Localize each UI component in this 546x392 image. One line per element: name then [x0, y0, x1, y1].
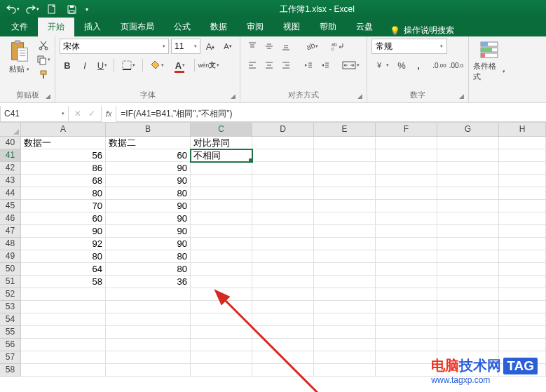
cell-H47[interactable]: [499, 225, 546, 238]
cell-B45[interactable]: 90: [106, 200, 191, 212]
cell-B49[interactable]: 80: [106, 250, 191, 263]
cell-D43[interactable]: [252, 175, 314, 187]
align-right-button[interactable]: [278, 58, 294, 73]
clipboard-launcher[interactable]: ◢: [43, 93, 52, 101]
cell-G46[interactable]: [437, 212, 499, 225]
cell-E43[interactable]: [314, 175, 376, 187]
cell-B58[interactable]: [106, 364, 191, 377]
cell-D42[interactable]: [252, 162, 314, 175]
cell-F46[interactable]: [376, 212, 437, 225]
cell-H56[interactable]: [499, 339, 546, 351]
cell-B57[interactable]: [106, 351, 191, 364]
merge-center-button[interactable]: ▾: [339, 58, 362, 73]
font-launcher[interactable]: ◢: [228, 93, 237, 101]
cell-G50[interactable]: [437, 263, 499, 276]
cell-F49[interactable]: [376, 250, 437, 263]
cell-C56[interactable]: [191, 339, 252, 351]
cell-H44[interactable]: [499, 187, 546, 200]
font-size-select[interactable]: 11▾: [171, 39, 200, 54]
cell-D47[interactable]: [252, 225, 314, 238]
row-header-48[interactable]: 48: [0, 238, 21, 250]
tab-page-layout[interactable]: 页面布局: [111, 18, 164, 36]
row-header-51[interactable]: 51: [0, 276, 21, 288]
cell-H45[interactable]: [499, 200, 546, 212]
copy-button[interactable]: ▾: [36, 53, 50, 66]
cell-G53[interactable]: [437, 301, 499, 313]
cell-D58[interactable]: [252, 364, 314, 377]
cell-C58[interactable]: [191, 364, 252, 377]
cell-B41[interactable]: 60: [106, 149, 191, 162]
cell-D50[interactable]: [252, 263, 314, 276]
cell-E44[interactable]: [314, 187, 376, 200]
cell-E40[interactable]: [314, 137, 376, 149]
cell-B43[interactable]: 90: [106, 175, 191, 187]
cell-G45[interactable]: [437, 200, 499, 212]
cell-A47[interactable]: 90: [21, 225, 106, 238]
cell-F57[interactable]: [376, 351, 437, 364]
col-header-B[interactable]: B: [106, 123, 191, 137]
cell-B56[interactable]: [106, 339, 191, 351]
cell-D52[interactable]: [252, 288, 314, 301]
row-header-49[interactable]: 49: [0, 250, 21, 263]
cell-F42[interactable]: [376, 162, 437, 175]
cell-A56[interactable]: [21, 339, 106, 351]
cell-A55[interactable]: [21, 326, 106, 339]
cell-F53[interactable]: [376, 301, 437, 313]
cell-D44[interactable]: [252, 187, 314, 200]
cell-B55[interactable]: [106, 326, 191, 339]
cell-G48[interactable]: [437, 238, 499, 250]
cell-G44[interactable]: [437, 187, 499, 200]
cell-G42[interactable]: [437, 162, 499, 175]
comma-button[interactable]: ,: [411, 58, 426, 73]
cell-G49[interactable]: [437, 250, 499, 263]
cell-F40[interactable]: [376, 137, 437, 149]
cell-E41[interactable]: [314, 149, 376, 162]
cell-H40[interactable]: [499, 137, 546, 149]
cell-C44[interactable]: [191, 187, 252, 200]
cell-G40[interactable]: [437, 137, 499, 149]
cell-H48[interactable]: [499, 238, 546, 250]
cell-G54[interactable]: [437, 313, 499, 326]
cell-E57[interactable]: [314, 351, 376, 364]
cell-C40[interactable]: 对比异同: [191, 137, 252, 149]
cell-F56[interactable]: [376, 339, 437, 351]
cell-B50[interactable]: 80: [106, 263, 191, 276]
row-header-52[interactable]: 52: [0, 288, 21, 301]
col-header-F[interactable]: F: [376, 123, 437, 137]
decrease-decimal-button[interactable]: .00.0: [449, 58, 464, 73]
cell-F45[interactable]: [376, 200, 437, 212]
cell-E55[interactable]: [314, 326, 376, 339]
col-header-E[interactable]: E: [314, 123, 376, 137]
row-header-50[interactable]: 50: [0, 263, 21, 276]
row-header-44[interactable]: 44: [0, 187, 21, 200]
cell-D57[interactable]: [252, 351, 314, 364]
cell-H53[interactable]: [499, 301, 546, 313]
cell-F41[interactable]: [376, 149, 437, 162]
cell-G43[interactable]: [437, 175, 499, 187]
cell-E58[interactable]: [314, 364, 376, 377]
decrease-indent-button[interactable]: [301, 58, 316, 73]
cell-C53[interactable]: [191, 301, 252, 313]
cell-E54[interactable]: [314, 313, 376, 326]
cell-F47[interactable]: [376, 225, 437, 238]
tab-formulas[interactable]: 公式: [164, 18, 200, 36]
row-header-47[interactable]: 47: [0, 225, 21, 238]
format-painter-button[interactable]: [36, 68, 50, 81]
cell-C57[interactable]: [191, 351, 252, 364]
cell-A50[interactable]: 64: [21, 263, 106, 276]
new-button[interactable]: [43, 1, 61, 17]
cell-E51[interactable]: [314, 276, 376, 288]
cell-C41[interactable]: 不相同: [191, 149, 252, 162]
save-button[interactable]: [62, 1, 81, 17]
row-header-56[interactable]: 56: [0, 339, 21, 351]
cell-C52[interactable]: [191, 288, 252, 301]
cell-H41[interactable]: [499, 149, 546, 162]
cell-D41[interactable]: [252, 149, 314, 162]
cell-A43[interactable]: 68: [21, 175, 106, 187]
row-header-46[interactable]: 46: [0, 212, 21, 225]
cell-G55[interactable]: [437, 326, 499, 339]
align-center-button[interactable]: [261, 58, 277, 73]
cell-B46[interactable]: 90: [106, 212, 191, 225]
cell-B52[interactable]: [106, 288, 191, 301]
row-header-45[interactable]: 45: [0, 200, 21, 212]
